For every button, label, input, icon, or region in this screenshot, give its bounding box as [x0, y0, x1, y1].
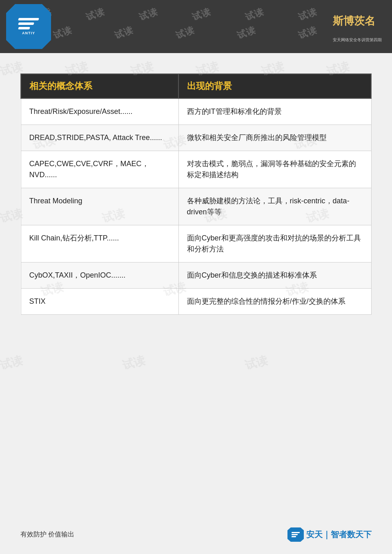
watermark-11: 试读 [296, 24, 319, 42]
footer-logo-area: 安天｜智者数天下 [287, 527, 372, 542]
bg-watermark-17: 试读 [0, 352, 24, 373]
header-company: 斯博茨名 安天网络安全冬训营第四期 [331, 10, 384, 43]
table-cell-right-3: 各种威胁建模的方法论，工具，risk-centric，data-driven等等 [178, 188, 371, 225]
watermark-7: 试读 [51, 24, 74, 42]
table-row: Kill Chain,钻石分析,TTP......面向Cyber和更高强度的攻击… [21, 225, 371, 263]
bg-watermark-18: 试读 [121, 352, 147, 373]
company-name: 斯博茨名 [331, 10, 384, 37]
table-row: Threat Modeling各种威胁建模的方法论，工具，risk-centri… [21, 188, 371, 225]
footer-logo-lines [292, 532, 300, 537]
table-row: CAPEC,CWE,CVE,CVRF，MAEC，NVD......对攻击模式，脆… [21, 151, 371, 188]
table-row: Threat/Risk/Exposure/Asset......西方的IT管理和… [21, 98, 371, 125]
watermark-5: 试读 [243, 5, 266, 24]
table-cell-right-1: 微软和相关安全厂商所推出的风险管理模型 [178, 125, 371, 151]
watermark-4: 试读 [190, 5, 213, 24]
antiy-logo: ANTIY [6, 4, 51, 49]
footer-company-name: 安天｜智者数天下 [306, 529, 372, 540]
header: 试读 试读 试读 试读 试读 试读 试读 试读 试读 试读 试读 ANTIY 斯… [0, 0, 392, 53]
table-cell-right-0: 西方的IT管理和标准化的背景 [178, 98, 371, 125]
concept-table: 相关的概念体系 出现的背景 Threat/Risk/Exposure/Asset… [20, 73, 372, 315]
logo-lines [18, 18, 39, 29]
footer: 有效防护 价值输出 安天｜智者数天下 [0, 527, 392, 542]
footer-tagline: 有效防护 价值输出 [20, 530, 74, 539]
logo-line-2 [18, 22, 34, 25]
table-cell-left-3: Threat Modeling [21, 188, 178, 225]
footer-logo-icon [287, 527, 304, 542]
svg-text:斯博茨名: 斯博茨名 [332, 15, 375, 27]
table-cell-left-5: CybOX,TAXII，OpenIOC....... [21, 263, 178, 289]
table-row: DREAD,STRIDE,PASTA, Attack Tree......微软和… [21, 125, 371, 151]
table-cell-right-2: 对攻击模式，脆弱点，漏洞等各种基础的安全元素的标定和描述结构 [178, 151, 371, 188]
col1-header: 相关的概念体系 [21, 74, 178, 98]
table-cell-right-6: 面向更完整的综合性的情报分析/作业/交换的体系 [178, 289, 371, 315]
table-cell-left-4: Kill Chain,钻石分析,TTP...... [21, 225, 178, 263]
logo-text: ANTIY [22, 31, 35, 35]
table-cell-left-6: STIX [21, 289, 178, 315]
table-cell-left-1: DREAD,STRIDE,PASTA, Attack Tree...... [21, 125, 178, 151]
watermark-8: 试读 [113, 24, 135, 42]
logo-line-1 [18, 18, 39, 20]
footer-logo-line-1 [292, 532, 300, 533]
watermark-2: 试读 [84, 5, 107, 24]
main-content: 试读 试读 试读 试读 试读 试读 试读 试读 试读 试读 试读 试读 试读 试… [0, 53, 392, 331]
table-cell-right-4: 面向Cyber和更高强度的攻击和对抗的场景的分析工具和分析方法 [178, 225, 371, 263]
company-sub: 安天网络安全冬训营第四期 [333, 37, 382, 43]
table-cell-left-0: Threat/Risk/Exposure/Asset...... [21, 98, 178, 125]
watermark-9: 试读 [174, 24, 196, 42]
watermark-6: 试读 [296, 5, 319, 24]
footer-logo-line-2 [292, 534, 298, 535]
footer-logo-line-3 [292, 536, 296, 537]
logo-line-3 [18, 27, 30, 29]
col2-header: 出现的背景 [178, 74, 371, 98]
watermark-10: 试读 [235, 24, 258, 42]
table-cell-left-2: CAPEC,CWE,CVE,CVRF，MAEC，NVD...... [21, 151, 178, 188]
watermark-3: 试读 [137, 5, 160, 24]
bg-watermark-19: 试读 [243, 352, 270, 373]
footer-company-text: 安天｜智者数天下 [306, 529, 372, 540]
table-cell-right-5: 面向Cyber和信息交换的描述和标准体系 [178, 263, 371, 289]
table-row: CybOX,TAXII，OpenIOC.......面向Cyber和信息交换的描… [21, 263, 371, 289]
table-row: STIX面向更完整的综合性的情报分析/作业/交换的体系 [21, 289, 371, 315]
